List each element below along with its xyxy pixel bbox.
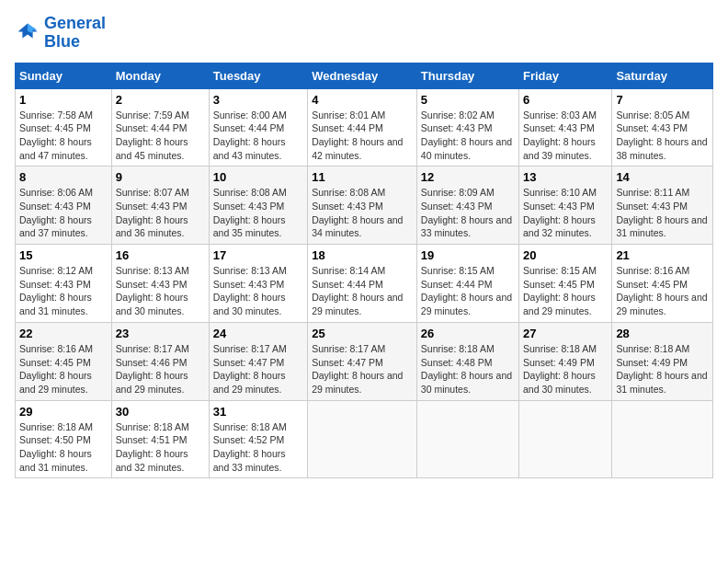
day-info: Sunrise: 8:05 AMSunset: 4:43 PMDaylight:… (616, 109, 709, 163)
day-info: Sunrise: 8:16 AMSunset: 4:45 PMDaylight:… (616, 264, 709, 318)
day-info: Sunrise: 8:17 AMSunset: 4:46 PMDaylight:… (116, 342, 205, 396)
day-info: Sunrise: 8:07 AMSunset: 4:43 PMDaylight:… (116, 186, 205, 240)
day-info: Sunrise: 8:13 AMSunset: 4:43 PMDaylight:… (116, 264, 205, 318)
day-cell: 25Sunrise: 8:17 AMSunset: 4:47 PMDayligh… (308, 322, 417, 400)
day-cell: 5Sunrise: 8:02 AMSunset: 4:43 PMDaylight… (416, 88, 518, 167)
day-cell: 11Sunrise: 8:08 AMSunset: 4:43 PMDayligh… (308, 167, 417, 245)
day-number: 9 (116, 170, 205, 184)
day-info: Sunrise: 8:16 AMSunset: 4:45 PMDaylight:… (19, 342, 108, 396)
day-cell: 12Sunrise: 8:09 AMSunset: 4:43 PMDayligh… (416, 167, 518, 245)
day-number: 31 (213, 405, 303, 419)
column-header-monday: Monday (111, 63, 209, 88)
column-header-tuesday: Tuesday (209, 63, 307, 88)
day-cell: 27Sunrise: 8:18 AMSunset: 4:49 PMDayligh… (519, 322, 612, 400)
day-info: Sunrise: 8:17 AMSunset: 4:47 PMDaylight:… (213, 342, 303, 396)
day-cell: 23Sunrise: 8:17 AMSunset: 4:46 PMDayligh… (111, 322, 209, 400)
day-number: 8 (19, 170, 108, 184)
day-cell: 13Sunrise: 8:10 AMSunset: 4:43 PMDayligh… (519, 167, 612, 245)
day-cell: 22Sunrise: 8:16 AMSunset: 4:45 PMDayligh… (16, 322, 112, 400)
day-cell: 16Sunrise: 8:13 AMSunset: 4:43 PMDayligh… (111, 245, 209, 323)
day-info: Sunrise: 8:03 AMSunset: 4:43 PMDaylight:… (523, 109, 608, 163)
day-info: Sunrise: 8:13 AMSunset: 4:43 PMDaylight:… (213, 264, 303, 318)
day-cell: 26Sunrise: 8:18 AMSunset: 4:48 PMDayligh… (416, 322, 518, 400)
column-header-friday: Friday (519, 63, 612, 88)
day-cell: 29Sunrise: 8:18 AMSunset: 4:50 PMDayligh… (16, 400, 112, 478)
day-info: Sunrise: 8:01 AMSunset: 4:44 PMDaylight:… (312, 109, 413, 163)
day-cell: 4Sunrise: 8:01 AMSunset: 4:44 PMDaylight… (308, 88, 417, 167)
column-header-saturday: Saturday (612, 63, 713, 88)
day-cell: 19Sunrise: 8:15 AMSunset: 4:44 PMDayligh… (416, 245, 518, 323)
day-cell: 10Sunrise: 8:08 AMSunset: 4:43 PMDayligh… (209, 167, 307, 245)
day-info: Sunrise: 8:08 AMSunset: 4:43 PMDaylight:… (312, 186, 413, 240)
week-row-1: 1Sunrise: 7:58 AMSunset: 4:45 PMDaylight… (16, 88, 713, 167)
day-cell: 21Sunrise: 8:16 AMSunset: 4:45 PMDayligh… (612, 245, 713, 323)
day-info: Sunrise: 8:12 AMSunset: 4:43 PMDaylight:… (19, 264, 108, 318)
day-number: 2 (116, 93, 205, 107)
day-cell: 31Sunrise: 8:18 AMSunset: 4:52 PMDayligh… (209, 400, 307, 478)
day-cell (416, 400, 518, 478)
day-info: Sunrise: 8:06 AMSunset: 4:43 PMDaylight:… (19, 186, 108, 240)
day-info: Sunrise: 8:10 AMSunset: 4:43 PMDaylight:… (523, 186, 608, 240)
header: General Blue (15, 15, 713, 52)
day-number: 28 (616, 327, 709, 340)
day-info: Sunrise: 8:15 AMSunset: 4:45 PMDaylight:… (523, 264, 608, 318)
day-number: 24 (213, 327, 303, 340)
day-number: 21 (616, 248, 709, 262)
day-cell (308, 400, 417, 478)
week-row-5: 29Sunrise: 8:18 AMSunset: 4:50 PMDayligh… (16, 400, 713, 478)
day-number: 27 (523, 327, 608, 340)
logo-text: General Blue (44, 15, 106, 52)
day-number: 26 (421, 327, 515, 340)
day-number: 15 (19, 248, 108, 262)
week-row-3: 15Sunrise: 8:12 AMSunset: 4:43 PMDayligh… (16, 245, 713, 323)
day-info: Sunrise: 8:15 AMSunset: 4:44 PMDaylight:… (421, 264, 515, 318)
day-info: Sunrise: 8:18 AMSunset: 4:48 PMDaylight:… (421, 342, 515, 396)
day-number: 4 (312, 93, 413, 107)
day-number: 18 (312, 248, 413, 262)
day-cell: 8Sunrise: 8:06 AMSunset: 4:43 PMDaylight… (16, 167, 112, 245)
day-cell: 14Sunrise: 8:11 AMSunset: 4:43 PMDayligh… (612, 167, 713, 245)
day-cell: 1Sunrise: 7:58 AMSunset: 4:45 PMDaylight… (16, 88, 112, 167)
day-info: Sunrise: 8:02 AMSunset: 4:43 PMDaylight:… (421, 109, 515, 163)
day-info: Sunrise: 8:18 AMSunset: 4:50 PMDaylight:… (19, 420, 108, 475)
day-info: Sunrise: 8:11 AMSunset: 4:43 PMDaylight:… (616, 186, 709, 240)
day-number: 16 (116, 248, 205, 262)
day-number: 29 (19, 405, 108, 419)
day-cell: 28Sunrise: 8:18 AMSunset: 4:49 PMDayligh… (612, 322, 713, 400)
day-number: 12 (421, 170, 515, 184)
day-info: Sunrise: 8:00 AMSunset: 4:44 PMDaylight:… (213, 109, 303, 163)
day-info: Sunrise: 8:14 AMSunset: 4:44 PMDaylight:… (312, 264, 413, 318)
day-info: Sunrise: 7:58 AMSunset: 4:45 PMDaylight:… (19, 109, 108, 163)
day-info: Sunrise: 8:18 AMSunset: 4:52 PMDaylight:… (213, 420, 303, 475)
day-info: Sunrise: 8:18 AMSunset: 4:51 PMDaylight:… (116, 420, 205, 475)
day-info: Sunrise: 8:18 AMSunset: 4:49 PMDaylight:… (523, 342, 608, 396)
day-number: 6 (523, 93, 608, 107)
day-cell: 17Sunrise: 8:13 AMSunset: 4:43 PMDayligh… (209, 245, 307, 323)
week-row-4: 22Sunrise: 8:16 AMSunset: 4:45 PMDayligh… (16, 322, 713, 400)
day-number: 1 (19, 93, 108, 107)
day-number: 10 (213, 170, 303, 184)
day-info: Sunrise: 8:08 AMSunset: 4:43 PMDaylight:… (213, 186, 303, 240)
day-cell: 24Sunrise: 8:17 AMSunset: 4:47 PMDayligh… (209, 322, 307, 400)
day-cell: 2Sunrise: 7:59 AMSunset: 4:44 PMDaylight… (111, 88, 209, 167)
day-number: 22 (19, 327, 108, 340)
column-header-sunday: Sunday (16, 63, 112, 88)
day-number: 13 (523, 170, 608, 184)
day-number: 14 (616, 170, 709, 184)
day-cell (519, 400, 612, 478)
day-cell: 9Sunrise: 8:07 AMSunset: 4:43 PMDaylight… (111, 167, 209, 245)
column-header-thursday: Thursday (416, 63, 518, 88)
day-cell: 30Sunrise: 8:18 AMSunset: 4:51 PMDayligh… (111, 400, 209, 478)
day-number: 23 (116, 327, 205, 340)
day-number: 11 (312, 170, 413, 184)
day-cell: 3Sunrise: 8:00 AMSunset: 4:44 PMDaylight… (209, 88, 307, 167)
day-number: 3 (213, 93, 303, 107)
day-number: 30 (116, 405, 205, 419)
day-info: Sunrise: 8:09 AMSunset: 4:43 PMDaylight:… (421, 186, 515, 240)
day-number: 25 (312, 327, 413, 340)
day-cell: 7Sunrise: 8:05 AMSunset: 4:43 PMDaylight… (612, 88, 713, 167)
day-cell: 18Sunrise: 8:14 AMSunset: 4:44 PMDayligh… (308, 245, 417, 323)
logo-icon (15, 20, 40, 46)
header-row: SundayMondayTuesdayWednesdayThursdayFrid… (16, 63, 713, 88)
week-row-2: 8Sunrise: 8:06 AMSunset: 4:43 PMDaylight… (16, 167, 713, 245)
